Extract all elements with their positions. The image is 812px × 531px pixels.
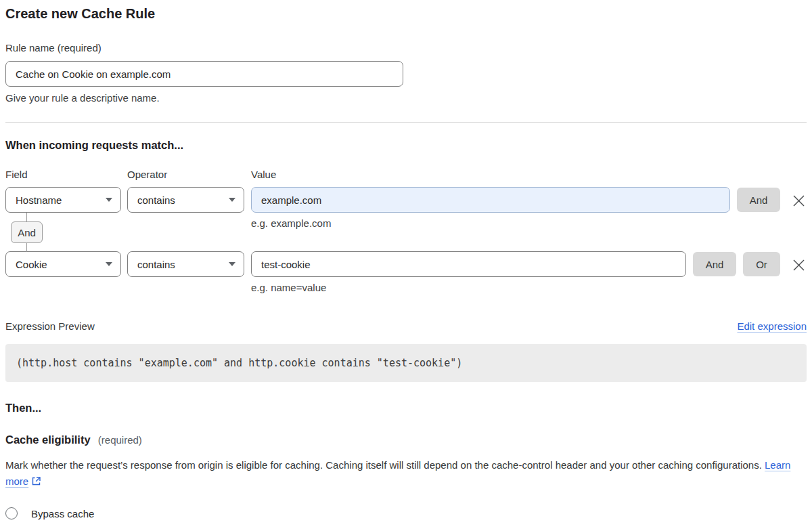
expression-code-block: (http.host contains "example.com" and ht…: [5, 344, 807, 382]
create-cache-rule-form: Create new Cache Rule Rule name (require…: [0, 0, 812, 531]
value-hint: e.g. name=value: [251, 281, 686, 295]
edit-expression-link[interactable]: Edit expression: [737, 320, 807, 332]
rule-name-help: Give your rule a descriptive name.: [5, 91, 807, 105]
rule-name-label: Rule name (required): [5, 41, 807, 55]
condition-row: Hostname contains e.g. example.com And: [5, 187, 807, 230]
value-input[interactable]: [251, 251, 686, 277]
add-or-condition-button[interactable]: Or: [743, 252, 780, 276]
radio-option-bypass-cache[interactable]: Bypass cache: [5, 507, 807, 519]
field-column-label: Field: [5, 168, 121, 182]
connector-and-button[interactable]: And: [11, 221, 43, 243]
chevron-down-icon: [106, 198, 112, 202]
value-input[interactable]: [251, 187, 730, 213]
chevron-down-icon: [229, 262, 235, 266]
field-select-value: Hostname: [16, 194, 62, 206]
field-select-value: Cookie: [16, 259, 47, 270]
value-hint: e.g. example.com: [251, 217, 730, 230]
match-heading: When incoming requests match...: [5, 139, 807, 152]
close-icon: [792, 259, 805, 272]
expression-preview-header: Expression Preview Edit expression: [5, 320, 807, 333]
cache-eligibility-description: Mark whether the request’s response from…: [5, 457, 807, 491]
operator-select[interactable]: contains: [127, 187, 244, 213]
expression-code: (http.host contains "example.com" and ht…: [16, 357, 462, 369]
section-divider: [5, 122, 807, 123]
column-labels: Field Operator Value: [5, 168, 807, 182]
operator-column-label: Operator: [127, 168, 244, 182]
rule-name-input[interactable]: [5, 61, 403, 87]
field-select[interactable]: Cookie: [5, 251, 121, 277]
remove-condition-button[interactable]: [790, 257, 807, 272]
add-and-condition-button[interactable]: And: [737, 188, 780, 212]
required-badge: (required): [98, 434, 142, 446]
operator-select[interactable]: contains: [127, 251, 244, 277]
condition-row: Cookie contains e.g. name=value And Or: [5, 251, 807, 295]
operator-select-value: contains: [137, 194, 175, 206]
value-column-label: Value: [251, 168, 807, 182]
remove-condition-button[interactable]: [790, 193, 807, 208]
close-icon: [792, 194, 805, 207]
condition-connector: And: [11, 221, 43, 243]
radio-label: Bypass cache: [31, 508, 94, 519]
field-select[interactable]: Hostname: [5, 187, 121, 213]
value-column: e.g. example.com: [251, 187, 730, 230]
description-text: Mark whether the request’s response from…: [5, 459, 762, 471]
expression-preview-label: Expression Preview: [5, 320, 95, 333]
cache-eligibility-heading: Cache eligibility (required): [5, 433, 807, 446]
external-link-icon: [31, 475, 41, 491]
add-and-condition-button[interactable]: And: [693, 252, 736, 276]
chevron-down-icon: [106, 262, 112, 266]
chevron-down-icon: [229, 198, 235, 202]
page-title: Create new Cache Rule: [5, 4, 807, 23]
radio-button-icon[interactable]: [5, 507, 18, 519]
operator-select-value: contains: [137, 259, 175, 270]
cache-eligibility-title: Cache eligibility: [5, 433, 91, 446]
then-heading: Then...: [5, 402, 807, 415]
value-column: e.g. name=value: [251, 251, 686, 295]
